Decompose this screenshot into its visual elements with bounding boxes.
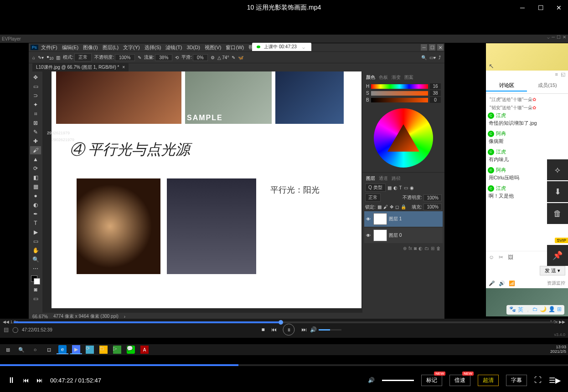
tab-layers[interactable]: 图层	[366, 175, 375, 182]
loop-icon[interactable]: ◯	[12, 326, 18, 333]
workspace-icon[interactable]: ▭▾	[429, 55, 436, 60]
taskbar-app-media[interactable]: ▷	[111, 345, 123, 354]
evplayer-dropdown-icon[interactable]: ⌵	[547, 35, 550, 40]
airbrush-icon[interactable]: ⟲	[175, 55, 179, 60]
tab-paths[interactable]: 路径	[392, 175, 401, 182]
menu-layer[interactable]: 图层(L)	[101, 44, 120, 51]
menu-3d[interactable]: 3D(D)	[185, 45, 201, 50]
share-icon[interactable]: ⤴	[439, 55, 441, 60]
filter-smart-icon[interactable]: ◉	[410, 185, 414, 190]
close-button[interactable]: ✕	[550, 0, 568, 15]
menu-view[interactable]: 视图(V)	[203, 44, 223, 51]
filter-image-icon[interactable]: ▦	[387, 185, 392, 190]
layer-item-1[interactable]: 👁 图层 1	[364, 211, 443, 227]
dodge-tool[interactable]: ◐	[30, 201, 41, 209]
layer-name[interactable]: 图层 1	[389, 216, 402, 222]
ime-lang[interactable]: 英	[518, 306, 523, 314]
pen-tool[interactable]: ✒	[30, 210, 41, 218]
screenmode-tool[interactable]: ▭	[30, 295, 41, 303]
playlist-toggle-icon[interactable]: ☰▶	[549, 376, 561, 385]
layer-name[interactable]: 图层 0	[389, 232, 402, 239]
layer-thumbnail[interactable]	[373, 229, 387, 241]
paw-icon[interactable]: 🐾	[509, 306, 516, 314]
brightness-slider[interactable]	[371, 98, 428, 102]
ps-minimize-icon[interactable]: ─	[421, 44, 427, 51]
playlist-icon[interactable]: ▤	[4, 326, 9, 333]
frame-tool[interactable]: ⊠	[30, 119, 41, 127]
subtitle-button[interactable]: 字幕	[506, 375, 527, 386]
lock-pixels-icon[interactable]: 🖌	[383, 204, 388, 209]
start-button[interactable]: ⊞	[2, 345, 14, 354]
taskbar-app-explorer[interactable]: 🗀	[98, 345, 109, 354]
saturation-value[interactable]: 38	[430, 90, 441, 96]
zoom-tool[interactable]: 🔍	[30, 255, 41, 264]
pressure-size-icon[interactable]: ✎	[232, 55, 235, 60]
evplayer-minimize-icon[interactable]: ─	[552, 35, 555, 40]
gear-icon[interactable]: ⚙	[211, 55, 215, 60]
hand-tool[interactable]: ✋	[30, 246, 41, 255]
brush-tool-icon[interactable]: ✎▾	[38, 55, 44, 60]
filter-shape-icon[interactable]: ▭	[404, 185, 408, 190]
gradient-tool[interactable]: ▦	[30, 183, 41, 191]
play-button[interactable]: ⏸	[7, 376, 15, 385]
chat-expand-icon[interactable]: ◱	[561, 71, 565, 77]
lock-position-icon[interactable]: ✥	[390, 204, 393, 209]
pressure-opacity-icon[interactable]: ✎	[138, 55, 141, 60]
saturation-slider[interactable]	[371, 91, 428, 96]
signal-icon[interactable]: 📶	[509, 280, 515, 286]
cortana-button[interactable]: ○	[29, 345, 41, 354]
lock-all-icon[interactable]: 🔒	[401, 204, 406, 209]
document-tab[interactable]: L10课件.jpg @ 66.7% (图层 1, RGB/8#) * ×	[32, 63, 129, 71]
type-tool[interactable]: T	[30, 219, 41, 227]
evplayer-close-icon[interactable]: ✕	[563, 35, 566, 40]
menu-filter[interactable]: 滤镜(T)	[164, 44, 184, 51]
tab-color[interactable]: 颜色	[366, 74, 375, 81]
stop-icon[interactable]: ■	[261, 326, 264, 333]
menu-select[interactable]: 选择(S)	[143, 44, 163, 51]
maximize-button[interactable]: ☐	[532, 0, 550, 15]
ps-close-icon[interactable]: ✕	[437, 44, 444, 51]
layer-fx-icon[interactable]: fx	[408, 246, 412, 251]
mark-button[interactable]: 标记 NEW	[421, 375, 442, 386]
share-float-button[interactable]: ⟡	[547, 159, 568, 180]
ps-canvas-area[interactable]: SAMPLE 2902621979 2902621979 ④ 平行光与点光源 平…	[42, 71, 362, 313]
evplayer-progress-bar[interactable]	[14, 321, 554, 323]
volume-slider[interactable]	[319, 329, 341, 331]
mic-icon[interactable]: 🎤	[489, 280, 495, 286]
prev-button[interactable]: ⏮	[23, 377, 29, 384]
link-layers-icon[interactable]: ⊕	[403, 246, 407, 251]
background-color[interactable]	[34, 278, 40, 285]
layer-mask-icon[interactable]: ◙	[414, 246, 417, 251]
layer-item-0[interactable]: 👁 图层 0	[364, 228, 443, 243]
blend-mode-control[interactable]: 模式: 正常	[63, 53, 92, 61]
prev-track-icon[interactable]: ⏮	[271, 326, 277, 333]
flow-control[interactable]: 流量: 38%	[144, 54, 173, 61]
menu-window[interactable]: 窗口(W)	[224, 44, 246, 51]
minimize-button[interactable]: ─	[513, 0, 532, 15]
brush-tool[interactable]: 🖌	[30, 146, 41, 154]
brush-panel-icon[interactable]: ▥	[56, 55, 60, 60]
download-float-button[interactable]: ⬇	[547, 181, 568, 202]
opacity-control[interactable]: 不透明度: 100%	[94, 54, 134, 61]
edit-toolbar[interactable]: ⋯	[30, 265, 41, 273]
menu-file[interactable]: 文件(F)	[39, 44, 59, 51]
color-wheel[interactable]	[374, 108, 433, 168]
taskbar-app-rotate[interactable]: ⟳	[84, 345, 96, 354]
status-chevron-icon[interactable]: ›	[124, 314, 125, 319]
layer-blend-mode[interactable]: 正常	[365, 193, 381, 202]
taskbar-clock[interactable]: 13:03 2021/2/5	[550, 345, 566, 354]
quickmask-tool[interactable]: ◙	[30, 285, 41, 294]
next-button[interactable]: ⏭	[36, 377, 43, 384]
brightness-value[interactable]: 0	[430, 97, 441, 103]
menu-image[interactable]: 图像(I)	[81, 44, 99, 51]
adjustment-layer-icon[interactable]: ◐	[418, 246, 423, 251]
filter-adjust-icon[interactable]: ◐	[393, 185, 398, 190]
resource-monitor[interactable]: 资源监控	[547, 280, 565, 286]
heal-tool[interactable]: ✚	[30, 137, 41, 145]
pin-float-button[interactable]: 📌	[547, 245, 568, 266]
blur-tool[interactable]: ●	[30, 192, 41, 200]
taskbar-app-edge[interactable]: e	[57, 345, 68, 354]
hue-slider[interactable]	[371, 84, 428, 89]
ime-tool-icon[interactable]: 🗀	[532, 306, 538, 314]
layer-group-icon[interactable]: 🗀	[424, 246, 429, 251]
